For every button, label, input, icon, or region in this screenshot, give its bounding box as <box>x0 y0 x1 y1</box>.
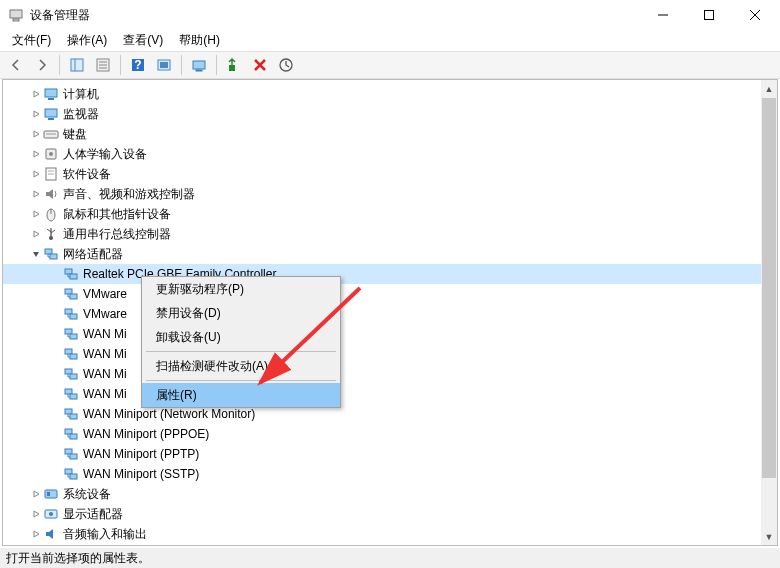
toolbar-separator <box>59 55 60 75</box>
minimize-button[interactable] <box>640 0 686 30</box>
chevron-right-icon[interactable] <box>29 127 43 141</box>
tree-item[interactable]: WAN Mi <box>3 344 777 364</box>
tree-item[interactable]: 监视器 <box>3 104 777 124</box>
svg-rect-88 <box>47 492 50 496</box>
chevron-right-icon[interactable] <box>29 527 43 541</box>
chevron-right-icon[interactable] <box>29 167 43 181</box>
menu-action[interactable]: 操作(A) <box>59 30 115 51</box>
tree-item[interactable]: 鼠标和其他指针设备 <box>3 204 777 224</box>
expander-spacer <box>49 367 63 381</box>
help-button[interactable]: ? <box>126 53 150 77</box>
toolbar-separator <box>216 55 217 75</box>
tree-item-label: VMware <box>83 287 127 301</box>
tree-item[interactable]: 软件设备 <box>3 164 777 184</box>
usb-icon <box>43 226 59 242</box>
chevron-right-icon[interactable] <box>29 487 43 501</box>
menu-file[interactable]: 文件(F) <box>4 30 59 51</box>
context-update-driver[interactable]: 更新驱动程序(P) <box>142 277 340 301</box>
svg-rect-43 <box>65 269 72 274</box>
update-driver-button[interactable] <box>187 53 211 77</box>
tree-item[interactable]: WAN Miniport (PPTP) <box>3 444 777 464</box>
chevron-right-icon[interactable] <box>29 227 43 241</box>
svg-rect-63 <box>65 369 72 374</box>
tree-item-label: 人体学输入设备 <box>63 146 147 163</box>
tree-item[interactable]: VMware <box>3 284 777 304</box>
scroll-thumb[interactable] <box>762 98 776 478</box>
hid-icon <box>43 146 59 162</box>
chevron-right-icon[interactable] <box>29 507 43 521</box>
tree-item[interactable]: 人体学输入设备 <box>3 144 777 164</box>
app-icon <box>8 7 24 23</box>
network-icon <box>63 406 79 422</box>
show-hide-tree-button[interactable] <box>65 53 89 77</box>
tree-item-label: 软件设备 <box>63 166 111 183</box>
tree-item[interactable]: WAN Miniport (SSTP) <box>3 464 777 484</box>
scan-hardware-button[interactable] <box>274 53 298 77</box>
menu-help[interactable]: 帮助(H) <box>171 30 228 51</box>
speaker-icon <box>43 186 59 202</box>
tree-item[interactable]: 键盘 <box>3 124 777 144</box>
tree-item[interactable]: 计算机 <box>3 84 777 104</box>
svg-rect-59 <box>65 349 72 354</box>
monitor-icon <box>43 106 59 122</box>
tree-item[interactable]: VMware <box>3 304 777 324</box>
enable-button[interactable] <box>222 53 246 77</box>
uninstall-button[interactable] <box>248 53 272 77</box>
tree-item[interactable]: 音频输入和输出 <box>3 524 777 544</box>
tree-item-label: WAN Mi <box>83 327 127 341</box>
svg-rect-25 <box>48 118 54 120</box>
chevron-right-icon[interactable] <box>29 187 43 201</box>
svg-rect-16 <box>193 61 205 69</box>
tree-item-label: WAN Miniport (SSTP) <box>83 467 199 481</box>
tree-item[interactable]: WAN Miniport (Network Monitor) <box>3 404 777 424</box>
tree-item[interactable]: WAN Mi <box>3 324 777 344</box>
context-separator <box>146 351 336 352</box>
keyboard-icon <box>43 126 59 142</box>
tree-item[interactable]: 通用串行总线控制器 <box>3 224 777 244</box>
tree-item[interactable]: WAN Miniport (PPPOE) <box>3 424 777 444</box>
context-properties[interactable]: 属性(R) <box>142 383 340 407</box>
context-uninstall-device[interactable]: 卸载设备(U) <box>142 325 340 349</box>
tree-item[interactable]: 声音、视频和游戏控制器 <box>3 184 777 204</box>
context-scan-hardware[interactable]: 扫描检测硬件改动(A) <box>142 354 340 378</box>
toolbar-icon-button[interactable] <box>152 53 176 77</box>
network-icon <box>63 386 79 402</box>
svg-text:?: ? <box>134 58 141 72</box>
svg-rect-47 <box>65 289 72 294</box>
menu-view[interactable]: 查看(V) <box>115 30 171 51</box>
tree-item-label: 通用串行总线控制器 <box>63 226 171 243</box>
chevron-right-icon[interactable] <box>29 107 43 121</box>
svg-rect-55 <box>65 329 72 334</box>
expander-spacer <box>49 327 63 341</box>
maximize-button[interactable] <box>686 0 732 30</box>
tree-item[interactable]: 网络适配器 <box>3 244 777 264</box>
chevron-right-icon[interactable] <box>29 147 43 161</box>
tree-item[interactable]: 显示适配器 <box>3 504 777 524</box>
properties-button[interactable] <box>91 53 115 77</box>
tree-item[interactable]: 系统设备 <box>3 484 777 504</box>
status-text: 打开当前选择项的属性表。 <box>6 551 150 565</box>
svg-rect-68 <box>70 394 77 399</box>
svg-rect-18 <box>229 65 235 71</box>
tree-item[interactable]: Realtek PCIe GBE Family Controller <box>3 264 777 284</box>
context-disable-device[interactable]: 禁用设备(D) <box>142 301 340 325</box>
back-button[interactable] <box>4 53 28 77</box>
forward-button[interactable] <box>30 53 54 77</box>
tree-item[interactable]: WAN Mi <box>3 364 777 384</box>
chevron-right-icon[interactable] <box>29 87 43 101</box>
chevron-right-icon[interactable] <box>29 207 43 221</box>
tree-item-label: WAN Mi <box>83 367 127 381</box>
svg-rect-72 <box>70 414 77 419</box>
svg-rect-48 <box>70 294 77 299</box>
chevron-down-icon[interactable] <box>29 247 43 261</box>
scroll-up-button[interactable]: ▲ <box>761 80 777 97</box>
tree-item[interactable]: WAN Mi <box>3 384 777 404</box>
network-icon <box>63 286 79 302</box>
device-tree[interactable]: 计算机监视器键盘人体学输入设备软件设备声音、视频和游戏控制器鼠标和其他指针设备通… <box>3 80 777 545</box>
network-icon <box>63 366 79 382</box>
scroll-down-button[interactable]: ▼ <box>761 528 777 545</box>
svg-rect-60 <box>70 354 77 359</box>
vertical-scrollbar[interactable]: ▲ ▼ <box>761 79 778 546</box>
close-button[interactable] <box>732 0 778 30</box>
tree-item-label: WAN Miniport (PPPOE) <box>83 427 209 441</box>
